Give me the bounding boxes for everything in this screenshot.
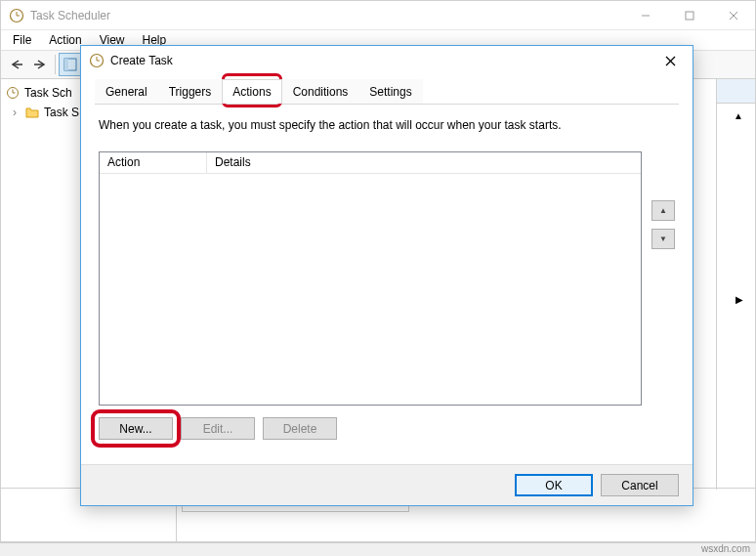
cancel-button[interactable]: Cancel bbox=[601, 474, 679, 496]
tabstrip: General Triggers Actions Conditions Sett… bbox=[95, 79, 679, 105]
move-down-button[interactable]: ▼ bbox=[651, 229, 675, 249]
nav-forward-button[interactable] bbox=[28, 53, 52, 76]
minimize-button[interactable] bbox=[623, 1, 667, 29]
dialog-titlebar: Create Task bbox=[81, 46, 693, 75]
actions-panel: ▲ ▶ bbox=[716, 79, 755, 490]
edit-button[interactable]: Edit... bbox=[181, 417, 255, 440]
page-footer: wsxdn.com bbox=[0, 542, 756, 556]
svg-rect-4 bbox=[686, 12, 693, 20]
dialog-footer: OK Cancel bbox=[81, 464, 693, 505]
titlebar: Task Scheduler bbox=[1, 1, 755, 30]
create-task-dialog: Create Task General Triggers Actions Con… bbox=[80, 45, 693, 506]
tab-general[interactable]: General bbox=[95, 79, 158, 104]
ok-button[interactable]: OK bbox=[515, 474, 593, 496]
action-buttons-row: New... Edit... Delete bbox=[99, 417, 675, 440]
menu-file[interactable]: File bbox=[5, 31, 39, 49]
dialog-body: General Triggers Actions Conditions Sett… bbox=[81, 75, 693, 453]
svg-rect-10 bbox=[64, 59, 68, 70]
delete-button[interactable]: Delete bbox=[263, 417, 337, 440]
tab-conditions[interactable]: Conditions bbox=[282, 79, 359, 104]
expand-icon[interactable]: › bbox=[9, 106, 21, 119]
window-controls bbox=[623, 1, 755, 29]
column-action[interactable]: Action bbox=[100, 152, 207, 173]
tree-root-label: Task Sch bbox=[24, 86, 72, 100]
move-up-button[interactable]: ▲ bbox=[651, 200, 675, 221]
dialog-close-button[interactable] bbox=[655, 49, 685, 72]
folder-icon bbox=[24, 105, 40, 120]
panel-expand-icon[interactable]: ▶ bbox=[735, 294, 743, 305]
listview-header: Action Details bbox=[100, 152, 641, 174]
show-hide-tree-button[interactable] bbox=[59, 53, 82, 76]
close-button[interactable] bbox=[711, 1, 755, 29]
tab-actions[interactable]: Actions bbox=[222, 79, 281, 104]
column-details[interactable]: Details bbox=[207, 152, 641, 173]
toolbar-separator bbox=[55, 55, 56, 74]
tree-library-label: Task S bbox=[44, 106, 79, 119]
new-button[interactable]: New... bbox=[99, 417, 173, 440]
actions-listview[interactable]: Action Details bbox=[99, 151, 642, 406]
clock-icon bbox=[89, 53, 105, 68]
panel-collapse-icon[interactable]: ▲ bbox=[734, 110, 743, 121]
app-icon bbox=[9, 8, 24, 23]
instruction-text: When you create a task, you must specify… bbox=[99, 118, 675, 132]
tab-triggers[interactable]: Triggers bbox=[158, 79, 223, 104]
clock-icon bbox=[5, 85, 21, 101]
tab-content-actions: When you create a task, you must specify… bbox=[95, 105, 679, 453]
window-title: Task Scheduler bbox=[30, 9, 623, 22]
dialog-title: Create Task bbox=[110, 54, 655, 67]
tab-settings[interactable]: Settings bbox=[358, 79, 422, 104]
panel-header bbox=[717, 79, 755, 104]
maximize-button[interactable] bbox=[667, 1, 711, 29]
actions-list-row: Action Details ▲ ▼ bbox=[99, 151, 675, 406]
reorder-controls: ▲ ▼ bbox=[651, 151, 675, 406]
nav-back-button[interactable] bbox=[5, 53, 28, 76]
